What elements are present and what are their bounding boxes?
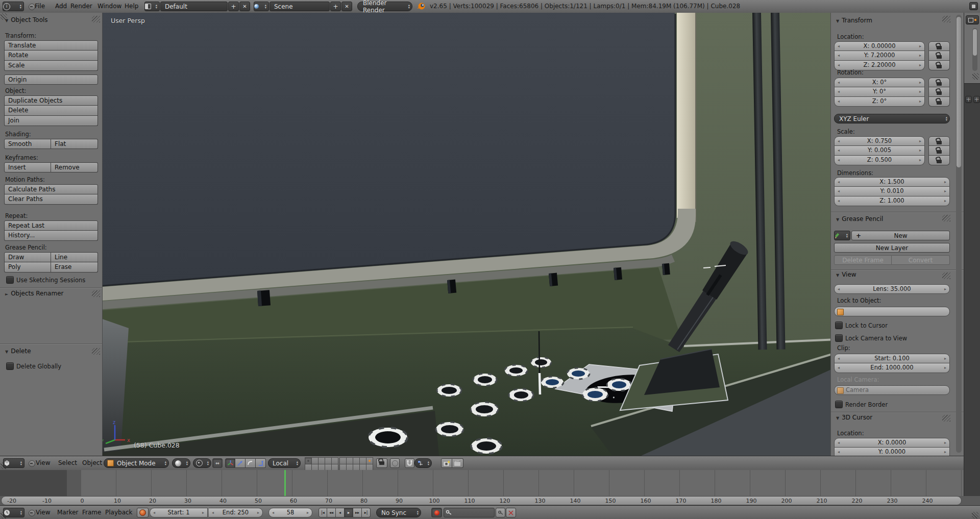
dimension-y-field[interactable]: Y: 0.010 bbox=[834, 187, 950, 196]
play-reverse-button[interactable]: ◂ bbox=[336, 508, 345, 517]
scale-button[interactable]: Scale bbox=[4, 61, 98, 71]
layer-cell[interactable] bbox=[318, 457, 325, 464]
timeline-playhead[interactable] bbox=[284, 470, 286, 496]
location-y-field[interactable]: Y: 7.20000 bbox=[834, 51, 925, 61]
clip-end-field[interactable]: End: 1000.000 bbox=[834, 363, 950, 373]
rotation-z-field[interactable]: Z: 0° bbox=[834, 97, 925, 107]
properties-plus-button[interactable]: + bbox=[973, 96, 980, 103]
sync-mode-select[interactable]: No Sync ▴▾ bbox=[376, 508, 421, 517]
gp-poly-button[interactable]: Poly bbox=[4, 262, 51, 273]
pivot-point-select[interactable]: ▴▾ bbox=[193, 458, 211, 468]
lock-rotation-y-button[interactable] bbox=[928, 87, 950, 97]
current-frame-field[interactable]: 58 bbox=[268, 508, 312, 517]
menu-select[interactable]: Select bbox=[56, 457, 79, 469]
panel-resize-grip[interactable] bbox=[92, 348, 100, 355]
scene-name-field[interactable]: Scene bbox=[270, 2, 330, 11]
panel-resize-grip[interactable] bbox=[942, 273, 950, 279]
lock-location-z-button[interactable] bbox=[928, 61, 950, 70]
calculate-paths-button[interactable]: Calculate Paths bbox=[4, 184, 98, 194]
translate-button[interactable]: Translate bbox=[4, 40, 98, 51]
gp-source-select[interactable]: ▴▾ bbox=[834, 231, 850, 240]
menu-marker[interactable]: Marker bbox=[55, 506, 80, 519]
manipulator-toggle-button[interactable] bbox=[225, 458, 235, 468]
dimension-x-field[interactable]: X: 1.500 bbox=[834, 177, 950, 187]
layer-cell[interactable] bbox=[346, 457, 353, 464]
opengl-render-image-button[interactable] bbox=[441, 458, 452, 468]
menu-add[interactable]: Add bbox=[53, 0, 69, 13]
timeline-track[interactable] bbox=[0, 470, 964, 497]
clear-paths-button[interactable]: Clear Paths bbox=[4, 194, 98, 205]
snap-element-select[interactable]: ▴▾ bbox=[414, 458, 432, 468]
panel-resize-grip[interactable] bbox=[92, 16, 100, 22]
layers-grid-right[interactable] bbox=[340, 458, 373, 471]
lock-to-object-field[interactable] bbox=[834, 307, 950, 316]
gp-convert-button[interactable]: Convert bbox=[892, 255, 950, 265]
remove-keyframe-button[interactable]: Remove bbox=[51, 162, 98, 172]
rotate-button[interactable]: Rotate bbox=[4, 51, 98, 61]
scale-z-field[interactable]: Z: 0.500 bbox=[834, 156, 925, 165]
panel-header-objects-renamer[interactable]: ►Objects Renamer bbox=[5, 290, 63, 297]
scrollbar-thumb[interactable] bbox=[957, 17, 961, 167]
frame-end-field[interactable]: End: 250 bbox=[209, 508, 263, 517]
n-panel-scrollbar[interactable] bbox=[956, 15, 962, 453]
menu-file[interactable]: File bbox=[33, 0, 47, 13]
jump-to-end-button[interactable]: ▸| bbox=[362, 508, 371, 517]
editor-type-timeline-button[interactable]: ▴▾ bbox=[3, 508, 24, 517]
local-camera-field[interactable]: Camera bbox=[834, 385, 950, 395]
insert-keyframe-button[interactable]: Insert bbox=[4, 162, 51, 172]
menu-view[interactable]: View bbox=[34, 506, 52, 519]
delete-globally-checkbox[interactable] bbox=[6, 362, 14, 370]
gp-new-layer-button[interactable]: New Layer bbox=[834, 243, 950, 253]
screen-layout-browse-button[interactable]: ▴▾ bbox=[144, 2, 160, 11]
properties-plus-button[interactable]: + bbox=[965, 96, 972, 103]
manipulator-rotate-button[interactable] bbox=[246, 458, 256, 468]
close-layout-button[interactable]: ✕ bbox=[239, 2, 250, 11]
screen-layout-name-field[interactable]: Default bbox=[160, 2, 228, 11]
corner-resize-grip[interactable] bbox=[972, 512, 978, 518]
layer-cell[interactable] bbox=[366, 457, 373, 464]
scale-x-field[interactable]: X: 0.750 bbox=[834, 136, 925, 146]
viewport-shading-select[interactable]: ▴▾ bbox=[172, 458, 190, 468]
render-border-checkbox[interactable] bbox=[835, 401, 843, 408]
render-engine-select[interactable]: Blender Render ▴▾ bbox=[357, 2, 412, 11]
lock-scale-x-button[interactable] bbox=[928, 136, 950, 146]
layer-cell[interactable] bbox=[305, 457, 312, 464]
layers-grid-left[interactable] bbox=[305, 458, 338, 471]
panel-header-delete[interactable]: ▼Delete bbox=[5, 348, 31, 355]
scrollbar-thumb[interactable] bbox=[973, 29, 977, 56]
menu-help[interactable]: Help bbox=[122, 0, 140, 13]
menu-playback[interactable]: Playback bbox=[103, 506, 135, 519]
panel-header-object-tools[interactable]: ▼Object Tools bbox=[5, 16, 48, 23]
menu-object[interactable]: Object bbox=[80, 457, 104, 469]
use-sketching-sessions-checkbox[interactable] bbox=[6, 276, 14, 284]
lens-field[interactable]: Lens: 35.000 bbox=[834, 284, 950, 294]
layer-cell[interactable] bbox=[325, 457, 332, 464]
repeat-last-button[interactable]: Repeat Last bbox=[4, 220, 98, 231]
menu-render[interactable]: Render bbox=[68, 0, 94, 13]
origin-button[interactable]: Origin bbox=[4, 75, 98, 85]
shade-smooth-button[interactable]: Smooth bbox=[4, 139, 51, 149]
delete-button[interactable]: Delete bbox=[4, 106, 98, 116]
cursor-x-field[interactable]: X: 0.0000 bbox=[834, 438, 950, 448]
join-button[interactable]: Join bbox=[4, 116, 98, 126]
frame-start-field[interactable]: Start: 1 bbox=[150, 508, 208, 517]
play-button[interactable]: ▸ bbox=[345, 508, 353, 517]
sliver-scrollbar[interactable] bbox=[972, 28, 977, 71]
gp-delete-frame-button[interactable]: Delete Frame bbox=[834, 255, 892, 265]
editor-type-3dview-button[interactable]: ▴▾ bbox=[3, 458, 24, 468]
dimension-z-field[interactable]: Z: 1.000 bbox=[834, 196, 950, 206]
lock-rotation-x-button[interactable] bbox=[928, 78, 950, 87]
layer-cell[interactable] bbox=[331, 457, 338, 464]
menu-view[interactable]: View bbox=[34, 457, 52, 469]
duplicate-objects-button[interactable]: Duplicate Objects bbox=[4, 95, 98, 106]
auto-keyframe-toggle[interactable] bbox=[137, 508, 149, 517]
insert-keyframes-button[interactable] bbox=[496, 508, 505, 517]
add-layout-button[interactable]: + bbox=[228, 2, 239, 11]
panel-resize-grip[interactable] bbox=[942, 16, 950, 22]
location-x-field[interactable]: X: 0.00000 bbox=[834, 41, 925, 51]
scale-y-field[interactable]: Y: 0.005 bbox=[834, 146, 925, 156]
history-button[interactable]: History... bbox=[4, 231, 98, 241]
menu-window[interactable]: Window bbox=[95, 0, 124, 13]
outliner-mode-button[interactable] bbox=[966, 15, 979, 24]
layer-cell[interactable] bbox=[311, 457, 318, 464]
